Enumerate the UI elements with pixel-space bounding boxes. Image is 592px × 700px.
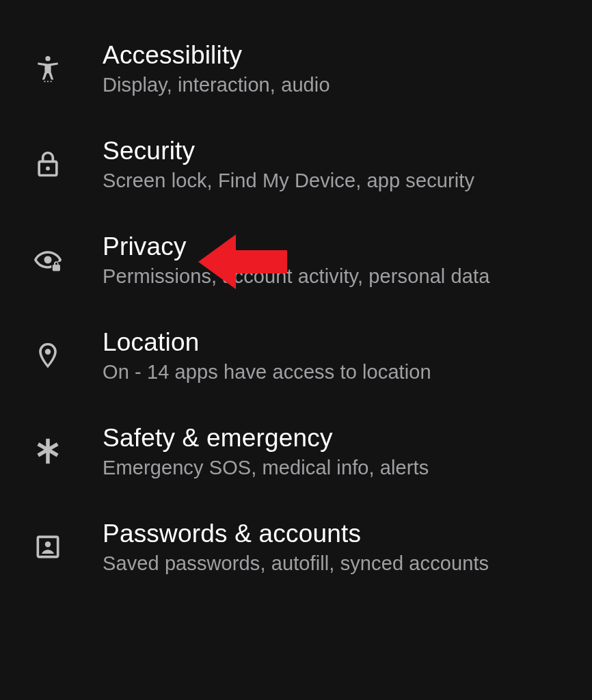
emergency-asterisk-icon (27, 431, 68, 472)
settings-item-subtitle: Screen lock, Find My Device, app securit… (103, 170, 474, 192)
settings-item-privacy[interactable]: Privacy Permissions, account activity, p… (0, 212, 592, 308)
settings-item-title: Location (103, 328, 431, 357)
settings-item-text: Location On - 14 apps have access to loc… (103, 328, 431, 383)
svg-rect-2 (47, 81, 49, 82)
svg-point-0 (45, 56, 50, 61)
settings-item-passwords-accounts[interactable]: Passwords & accounts Saved passwords, au… (0, 499, 592, 595)
svg-rect-3 (51, 81, 52, 82)
svg-point-5 (44, 256, 52, 264)
settings-item-text: Security Screen lock, Find My Device, ap… (103, 137, 474, 192)
settings-item-security[interactable]: Security Screen lock, Find My Device, ap… (0, 116, 592, 212)
location-pin-icon (27, 335, 68, 376)
settings-item-text: Privacy Permissions, account activity, p… (103, 232, 489, 288)
settings-item-text: Safety & emergency Emergency SOS, medica… (103, 424, 429, 479)
settings-item-subtitle: Saved passwords, autofill, synced accoun… (103, 552, 489, 575)
settings-item-accessibility[interactable]: Accessibility Display, interaction, audi… (0, 21, 592, 116)
svg-rect-1 (44, 81, 46, 82)
settings-item-title: Privacy (103, 232, 489, 261)
settings-item-text: Passwords & accounts Saved passwords, au… (103, 520, 489, 575)
settings-item-location[interactable]: Location On - 14 apps have access to loc… (0, 308, 592, 403)
settings-item-text: Accessibility Display, interaction, audi… (103, 41, 330, 96)
settings-item-title: Safety & emergency (103, 424, 429, 453)
settings-item-subtitle: On - 14 apps have access to location (103, 361, 431, 383)
settings-item-title: Passwords & accounts (103, 520, 489, 548)
settings-item-title: Security (103, 137, 474, 165)
svg-point-4 (46, 166, 50, 170)
settings-item-safety-emergency[interactable]: Safety & emergency Emergency SOS, medica… (0, 403, 592, 499)
svg-point-7 (45, 541, 51, 547)
settings-item-subtitle: Emergency SOS, medical info, alerts (103, 457, 429, 479)
account-box-icon (27, 526, 68, 567)
settings-item-title: Accessibility (103, 41, 330, 70)
svg-point-6 (45, 349, 51, 354)
accessibility-icon (27, 48, 68, 89)
lock-icon (27, 144, 68, 185)
privacy-eye-icon (27, 239, 68, 280)
settings-item-subtitle: Display, interaction, audio (103, 74, 330, 96)
settings-list: Accessibility Display, interaction, audi… (0, 0, 592, 595)
settings-item-subtitle: Permissions, account activity, personal … (103, 265, 489, 288)
